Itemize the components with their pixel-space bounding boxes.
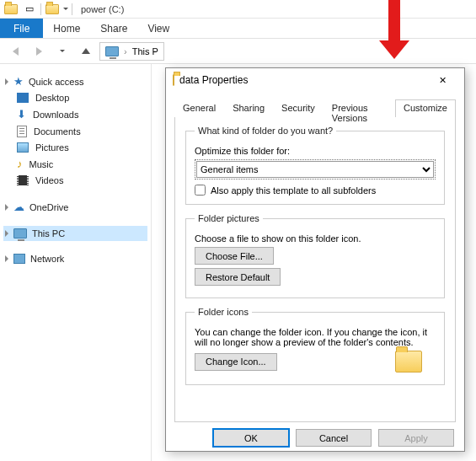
document-icon — [17, 126, 27, 137]
sidebar-item-label: This PC — [32, 228, 65, 239]
close-icon: ✕ — [439, 75, 447, 86]
dialog-titlebar: data Properties ✕ — [166, 68, 464, 92]
group-folder-kind: What kind of folder do you want? Optimiz… — [185, 126, 445, 205]
sidebar-item-videos[interactable]: Videos — [3, 173, 147, 188]
sidebar-item-desktop[interactable]: Desktop — [3, 90, 147, 105]
sidebar-item-label: Downloads — [33, 110, 78, 120]
sidebar-item-label: Music — [29, 159, 54, 169]
picture-icon — [17, 142, 29, 153]
chevron-down-icon — [60, 50, 65, 52]
ok-button[interactable]: OK — [213, 429, 289, 447]
system-menu-icon[interactable] — [3, 2, 19, 17]
folder-preview-icon — [395, 351, 422, 373]
sidebar-network[interactable]: Network — [3, 251, 147, 266]
change-icon-button[interactable]: Change Icon... — [195, 353, 277, 371]
ribbon-tab-share[interactable]: Share — [90, 19, 137, 38]
checkbox-icon[interactable] — [195, 185, 206, 196]
tab-customize-page: What kind of folder do you want? Optimiz… — [174, 117, 456, 422]
folder-icon — [173, 75, 174, 85]
star-icon: ★ — [13, 75, 24, 88]
group-legend: What kind of folder do you want? — [195, 126, 336, 136]
new-folder-icon[interactable] — [45, 2, 60, 17]
desktop-icon — [17, 93, 29, 103]
breadcrumb-segment[interactable]: This P — [132, 46, 158, 56]
music-icon: ♪ — [17, 158, 23, 170]
cloud-icon: ☁ — [13, 201, 24, 213]
nav-back-button[interactable] — [5, 41, 25, 62]
chevron-right-icon — [5, 255, 8, 262]
tab-security[interactable]: Security — [273, 99, 324, 117]
ribbon-tab-home[interactable]: Home — [43, 19, 90, 38]
checkbox-label: Also apply this template to all subfolde… — [211, 185, 376, 196]
arrow-left-icon — [13, 47, 19, 56]
optimize-folder-combo[interactable]: General items — [196, 161, 434, 178]
sidebar-onedrive[interactable]: ☁OneDrive — [3, 198, 147, 216]
folder-pictures-desc: Choose a file to show on this folder ico… — [195, 233, 436, 244]
optimize-label: Optimize this folder for: — [195, 146, 436, 156]
sidebar-item-pictures[interactable]: Pictures — [3, 140, 147, 155]
nav-up-button[interactable] — [76, 41, 96, 62]
chevron-right-icon — [5, 204, 8, 211]
restore-default-button[interactable]: Restore Default — [195, 268, 281, 286]
sidebar-item-music[interactable]: ♪Music — [3, 155, 147, 173]
video-icon — [17, 175, 29, 185]
sidebar-item-label: Desktop — [35, 93, 69, 103]
sidebar-item-label: Videos — [35, 175, 63, 185]
sidebar-item-label: Quick access — [29, 77, 83, 87]
sidebar-item-label: Pictures — [35, 142, 69, 153]
pc-icon — [13, 228, 27, 239]
pc-icon — [105, 46, 119, 56]
sidebar-item-downloads[interactable]: ⬇Downloads — [3, 105, 147, 123]
cancel-button[interactable]: Cancel — [296, 429, 372, 447]
dialog-button-row: OK Cancel Apply — [166, 422, 464, 453]
chevron-right-icon — [5, 230, 8, 237]
sidebar-item-documents[interactable]: Documents — [3, 123, 147, 140]
choose-file-button[interactable]: Choose File... — [195, 247, 274, 265]
window-title: power (C:) — [81, 4, 124, 14]
group-folder-icons: Folder icons You can change the folder i… — [185, 307, 445, 385]
apply-button[interactable]: Apply — [378, 429, 454, 447]
apply-subfolders-checkbox[interactable]: Also apply this template to all subfolde… — [195, 185, 436, 196]
folder-icons-desc: You can change the folder icon. If you c… — [195, 327, 436, 347]
group-folder-pictures: Folder pictures Choose a file to show on… — [185, 213, 445, 298]
sidebar-quick-access[interactable]: ★ Quick access — [3, 72, 147, 90]
dialog-tabstrip: General Sharing Security Previous Versio… — [174, 99, 456, 117]
sidebar-this-pc[interactable]: This PC — [3, 226, 147, 241]
sidebar-item-label: Documents — [34, 126, 81, 137]
chevron-right-icon: › — [124, 46, 127, 56]
navigation-pane: ★ Quick access Desktop ⬇Downloads Docume… — [0, 64, 152, 461]
divider — [40, 3, 41, 15]
nav-history-button[interactable] — [52, 41, 72, 62]
group-legend: Folder pictures — [195, 213, 263, 223]
ribbon-tab-file[interactable]: File — [0, 19, 43, 38]
annotation-arrow — [379, 0, 409, 59]
download-icon: ⬇ — [17, 108, 26, 121]
nav-forward-button[interactable] — [29, 41, 49, 62]
dialog-title: data Properties — [179, 74, 427, 86]
network-icon — [13, 254, 25, 264]
arrow-up-icon — [82, 48, 90, 54]
tab-customize[interactable]: Customize — [395, 99, 456, 117]
tab-previous-versions[interactable]: Previous Versions — [324, 99, 395, 117]
arrow-right-icon — [36, 47, 42, 56]
divider — [72, 3, 72, 15]
sidebar-item-label: OneDrive — [29, 202, 68, 212]
chevron-right-icon — [5, 78, 8, 85]
sidebar-item-label: Network — [30, 254, 64, 264]
qat-customize-icon[interactable] — [63, 8, 68, 10]
properties-dialog: data Properties ✕ General Sharing Securi… — [165, 67, 465, 452]
ribbon-tab-view[interactable]: View — [137, 19, 179, 38]
group-legend: Folder icons — [195, 307, 252, 317]
dialog-close-button[interactable]: ✕ — [427, 68, 457, 92]
breadcrumb[interactable]: › This P — [99, 42, 164, 61]
quick-access-props-icon[interactable]: ▭ — [22, 2, 37, 17]
tab-sharing[interactable]: Sharing — [224, 99, 273, 117]
tab-general[interactable]: General — [174, 99, 224, 117]
